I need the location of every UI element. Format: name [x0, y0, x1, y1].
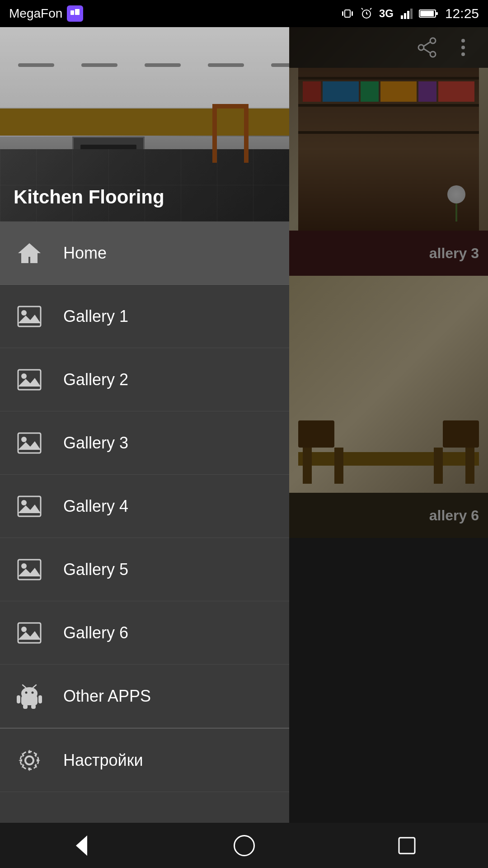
vibrate-icon: [341, 7, 354, 20]
svg-rect-32: [18, 433, 41, 453]
carrier-app-icon: [67, 5, 83, 22]
svg-rect-1: [75, 9, 80, 15]
battery-icon: [419, 8, 439, 19]
svg-point-42: [21, 627, 27, 632]
gallery4-icon: [14, 491, 45, 522]
back-icon: [69, 833, 94, 858]
navigation-drawer: Kitchen Flooring Home Gallery 1: [0, 27, 289, 868]
recents-icon: [394, 833, 419, 858]
gallery6-icon: [14, 617, 45, 649]
svg-rect-26: [18, 307, 41, 326]
svg-marker-57: [76, 835, 87, 856]
svg-rect-13: [410, 9, 413, 19]
svg-point-39: [21, 563, 27, 569]
status-bar: MegaFon 3G: [0, 0, 488, 27]
status-time: 12:25: [445, 6, 479, 21]
svg-point-55: [20, 751, 38, 769]
svg-rect-3: [342, 11, 343, 16]
svg-point-27: [21, 310, 27, 316]
home-nav-icon: [232, 833, 257, 858]
home-label: Home: [63, 244, 107, 263]
svg-marker-43: [18, 631, 41, 640]
svg-rect-59: [399, 838, 415, 854]
gallery2-icon: [14, 364, 45, 396]
svg-rect-53: [31, 704, 36, 709]
svg-rect-11: [404, 13, 406, 19]
navigation-bar: [0, 823, 488, 868]
svg-rect-4: [352, 11, 353, 16]
settings-icon: [14, 745, 45, 776]
recents-button[interactable]: [384, 823, 429, 868]
svg-rect-12: [407, 11, 409, 19]
alarm-icon: [360, 7, 373, 20]
gallery1-icon: [14, 301, 45, 332]
menu-item-home[interactable]: Home: [0, 222, 289, 285]
svg-marker-34: [18, 441, 41, 450]
svg-marker-25: [18, 243, 41, 263]
status-bar-left: MegaFon: [9, 5, 83, 22]
menu-item-gallery6[interactable]: Gallery 6: [0, 601, 289, 665]
svg-point-30: [21, 373, 27, 379]
svg-rect-38: [18, 560, 41, 580]
svg-rect-52: [23, 704, 28, 709]
status-bar-right: 3G 12:25: [341, 6, 479, 21]
menu-item-gallery5[interactable]: Gallery 5: [0, 538, 289, 601]
drawer-header-title: Kitchen Flooring: [14, 186, 164, 208]
svg-line-48: [23, 685, 26, 688]
svg-point-58: [234, 835, 254, 855]
gallery5-icon: [14, 554, 45, 585]
svg-point-47: [32, 691, 34, 693]
svg-rect-15: [420, 11, 434, 16]
android-icon: [14, 680, 45, 712]
svg-rect-2: [345, 10, 350, 17]
signal-icon: [400, 7, 413, 20]
gallery5-label: Gallery 5: [63, 560, 128, 579]
gallery3-icon: [14, 427, 45, 459]
svg-line-8: [361, 8, 363, 9]
svg-point-56: [25, 756, 33, 764]
svg-marker-31: [18, 378, 41, 387]
menu-item-gallery1[interactable]: Gallery 1: [0, 285, 289, 348]
home-nav-button[interactable]: [221, 823, 267, 868]
svg-rect-45: [21, 695, 38, 705]
svg-line-49: [33, 685, 36, 688]
svg-point-36: [21, 500, 27, 505]
svg-rect-29: [18, 370, 41, 390]
svg-marker-28: [18, 315, 41, 323]
gallery2-label: Gallery 2: [63, 370, 128, 389]
menu-item-gallery2[interactable]: Gallery 2: [0, 348, 289, 411]
svg-rect-41: [18, 623, 41, 643]
carrier-name: MegaFon: [9, 6, 62, 21]
svg-rect-16: [436, 12, 438, 15]
drawer-header: Kitchen Flooring: [0, 27, 289, 222]
menu-item-gallery3[interactable]: Gallery 3: [0, 411, 289, 475]
svg-rect-0: [70, 10, 74, 15]
svg-rect-51: [38, 695, 42, 703]
menu-item-other-apps[interactable]: Other APPS: [0, 665, 289, 728]
drawer-menu: Home Gallery 1 Gallery 2: [0, 222, 289, 792]
home-icon: [14, 237, 45, 269]
svg-line-9: [370, 8, 371, 9]
menu-item-settings[interactable]: Настройки: [0, 729, 289, 792]
svg-point-33: [21, 437, 27, 442]
gallery3-label: Gallery 3: [63, 434, 128, 453]
network-type: 3G: [379, 7, 394, 20]
svg-marker-40: [18, 568, 41, 576]
svg-point-46: [25, 691, 28, 693]
back-button[interactable]: [59, 823, 104, 868]
svg-rect-50: [17, 695, 20, 703]
settings-label: Настройки: [63, 751, 143, 770]
svg-marker-37: [18, 505, 41, 513]
svg-rect-10: [401, 15, 403, 19]
drawer-overlay[interactable]: [289, 27, 488, 868]
gallery1-label: Gallery 1: [63, 307, 128, 326]
gallery4-label: Gallery 4: [63, 497, 128, 516]
menu-item-gallery4[interactable]: Gallery 4: [0, 475, 289, 538]
other-apps-label: Other APPS: [63, 687, 151, 706]
svg-rect-35: [18, 496, 41, 516]
gallery6-label: Gallery 6: [63, 623, 128, 642]
